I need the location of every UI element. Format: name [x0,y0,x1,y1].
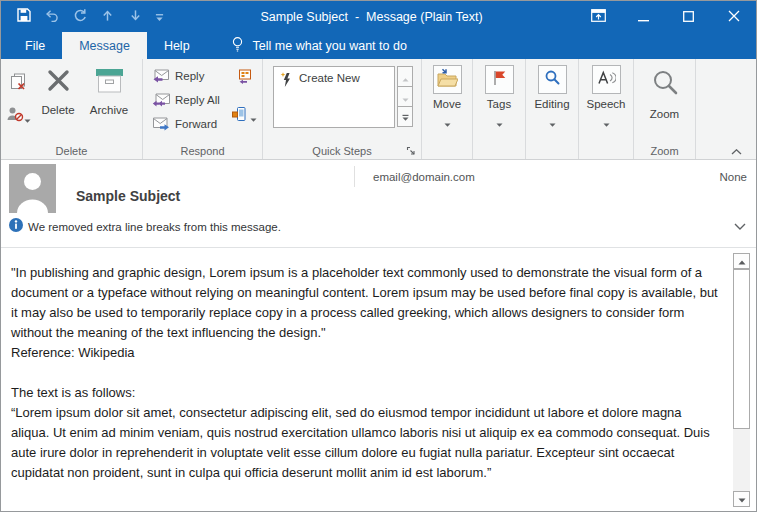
ribbon-group-zoom: Zoom Zoom [634,59,696,159]
ribbon-group-speech[interactable]: Speech [579,59,634,159]
ribbon-display-options-icon [591,8,606,26]
ribbon-group-respond: Reply Reply All Forward [143,59,263,159]
move-dropdown-icon [444,113,451,131]
tags-button-label: Tags [487,98,511,110]
ignore-button[interactable] [9,72,28,95]
ribbon-group-quick-steps: Create New Quick Steps [263,59,422,159]
scroll-down-button[interactable] [733,491,750,507]
close-icon [728,8,740,26]
scroll-up-button[interactable] [733,253,750,269]
delete-button-label: Delete [41,104,74,116]
vertical-scrollbar[interactable] [733,253,750,507]
zoom-group-label: Zoom [634,142,695,159]
expand-header-icon [734,216,746,234]
save-icon [17,8,31,26]
speech-button-label: Speech [586,98,625,110]
zoom-button[interactable]: Zoom [650,66,680,120]
reply-all-button-label: Reply All [175,94,220,106]
editing-dropdown-icon [549,113,556,131]
body-reference-line: Reference: Wikipedia [11,343,720,363]
quick-steps-scroll-up-button[interactable] [397,66,413,87]
title-bar: Sample Subject - Message (Plain Text) [1,1,756,32]
info-bar-message: We removed extra line breaks from this m… [28,221,281,233]
delete-button[interactable]: Delete [35,59,81,142]
tab-message[interactable]: Message [62,32,147,59]
gallery-up-icon [402,68,409,86]
sender-email[interactable]: email@domain.com [373,171,475,183]
forward-envelope-icon [152,116,170,133]
previous-item-button[interactable] [95,4,120,29]
ribbon: Delete Archive Delete Reply [1,59,756,160]
flag-status: None [720,171,748,183]
quick-steps-scroll-down-button[interactable] [397,86,413,107]
tell-me-label: Tell me what you want to do [253,39,407,53]
message-body[interactable]: "In publishing and graphic design, Lorem… [1,248,756,511]
block-sender-icon [6,106,24,126]
tell-me-box[interactable]: Tell me what you want to do [231,32,407,59]
ribbon-group-delete: Delete Archive Delete [1,59,143,159]
minimize-icon [638,8,649,26]
speech-dropdown-icon [603,113,610,131]
tags-dropdown-icon [496,113,503,131]
maximize-button[interactable] [666,1,711,32]
minimize-button[interactable] [621,1,666,32]
save-button[interactable] [11,4,36,29]
window-controls [576,1,756,32]
maximize-icon [683,8,694,26]
reply-button-label: Reply [175,70,204,82]
message-subject: Sample Subject [76,188,180,204]
meeting-icon [236,68,253,89]
quick-steps-more-button[interactable] [397,106,413,127]
editing-magnifier-icon [543,69,561,91]
respond-group-label: Respond [143,142,262,159]
avatar-placeholder-icon [9,199,56,216]
block-sender-button[interactable] [6,106,31,127]
quick-step-create-new-label: Create New [299,72,360,84]
more-respond-dropdown-icon [250,108,257,126]
scroll-up-icon [738,251,746,271]
reply-button[interactable]: Reply [152,65,226,87]
redo-icon [73,8,87,26]
close-button[interactable] [711,1,756,32]
reply-all-button[interactable]: Reply All [152,89,226,111]
forward-button[interactable]: Forward [152,113,226,135]
expand-header-button[interactable] [732,218,748,232]
speech-iconbox [592,65,621,94]
archive-box-icon [94,67,125,98]
move-up-icon [101,8,114,26]
message-header: Sample Subject email@domain.com None We … [1,160,756,248]
quick-step-create-new[interactable]: Create New [280,72,388,90]
reply-envelope-icon [152,68,170,85]
undo-button[interactable] [39,4,64,29]
next-item-button[interactable] [123,4,148,29]
ribbon-display-options-button[interactable] [576,1,621,32]
archive-button[interactable]: Archive [81,59,137,142]
avatar[interactable] [9,164,56,213]
collapse-ribbon-button[interactable] [725,143,747,157]
redo-button[interactable] [67,4,92,29]
scrollbar-thumb[interactable] [733,269,750,429]
forward-button-label: Forward [175,118,217,130]
customize-quick-access-icon [155,8,164,26]
zoom-magnifier-icon [650,68,680,102]
customize-quick-access-button[interactable] [151,4,167,29]
meeting-button[interactable] [236,68,253,89]
ribbon-group-editing[interactable]: Editing [526,59,579,159]
editing-iconbox [538,65,567,94]
tab-file[interactable]: File [8,32,62,59]
quick-access-toolbar [1,1,167,32]
tag-flag-icon [490,69,508,91]
body-intro-line: The text is as follows: [11,383,720,403]
collapse-ribbon-icon [731,141,742,159]
more-respond-actions-button[interactable] [231,105,257,126]
im-icon [231,106,247,126]
tab-help[interactable]: Help [147,32,207,59]
ribbon-group-tags[interactable]: Tags [473,59,526,159]
quick-steps-dialog-launcher[interactable] [404,144,417,157]
info-icon [9,218,23,236]
archive-button-label: Archive [90,104,128,116]
ribbon-group-move[interactable]: Move [422,59,473,159]
quick-steps-gallery: Create New [273,66,395,128]
gallery-more-icon [402,108,409,126]
quick-steps-group-label: Quick Steps [312,145,371,157]
